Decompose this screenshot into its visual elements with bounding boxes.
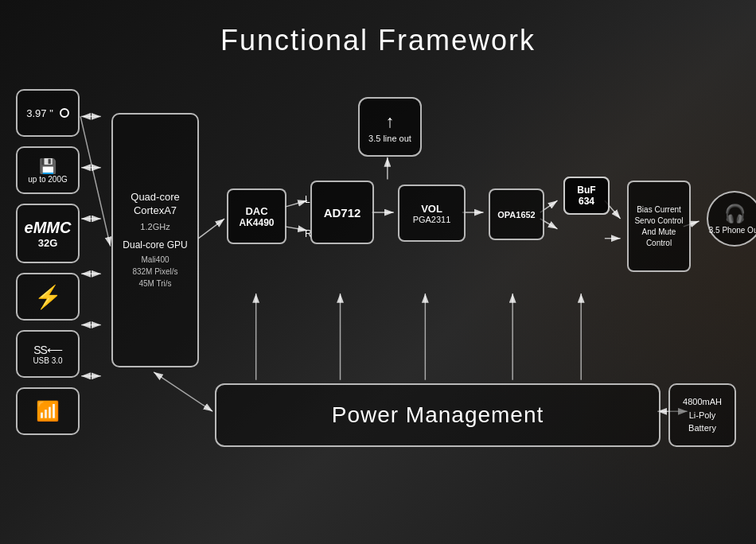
wifi-feature: 📶 [16,387,80,435]
sdcard-icon: 💾 [39,157,57,175]
gpu-detail: Mali400 832M Pixel/s 45M Tri/s [132,254,177,289]
cpu-gpu-box: Quad-core CortexA7 1.2GHz Dual-core GPU … [111,113,199,367]
cpu-freq: 1.2GHz [140,222,170,231]
emmc-icon-box: eMMC 32G [16,204,80,263]
emmc-label: eMMC [25,219,72,237]
ad712-chip: AD712 [310,181,374,244]
lineout-icon: ↑ [386,111,395,132]
usb-icon: SS⟵ [33,344,62,356]
screen-dot [60,108,69,118]
dac-label2: AK4490 [239,217,274,228]
dac-chip: DAC AK4490 [227,188,286,244]
buf2-chip: BuF 634 [563,177,610,215]
left-features: 3.97 " 💾 up to 200G eMMC 32G [16,89,80,435]
battery-label: 4800mAH Li-Poly Battery [683,395,722,435]
vol-label2: PGA2311 [413,215,451,224]
usb-label: USB 3.0 [33,356,62,365]
bluetooth-feature: ⚡ [16,273,80,321]
opa-label: OPA1652 [497,210,536,220]
bias-label: Bias Current Servo Control And Mute Cont… [629,201,689,252]
sdcard-icon-box: 💾 up to 200G [16,146,80,194]
headphone-icon: 🎧 [724,204,746,224]
svg-line-25 [154,372,212,411]
page-title: Functional Framework [16,16,740,57]
buf2-label2: 634 [579,196,594,207]
svg-line-2 [80,116,111,246]
main-content: Functional Framework [0,0,756,544]
svg-line-9 [198,219,224,239]
usb-icon-box: SS⟵ USB 3.0 [16,330,80,378]
emmc-feature: eMMC 32G [16,204,80,263]
cpu-title: Quad-core CortexA7 [121,191,189,218]
bias-control-box: Bias Current Servo Control And Mute Cont… [627,181,691,272]
label-L: L [305,194,310,205]
vol-chip: VOL PGA2311 [398,185,466,242]
screen-icon-box: 3.97 " [16,89,80,137]
gpu-title: Dual-core GPU [123,239,187,251]
screen-label: 3.97 " [26,107,53,119]
opa-chip: OPA1652 [489,188,544,240]
bluetooth-icon: ⚡ [34,284,62,310]
power-label: Power Management [332,402,544,428]
dac-label1: DAC [245,205,267,217]
power-management-box: Power Management [215,383,661,447]
headphone-label: 3.5 Phone Out [709,226,756,235]
screen-feature: 3.97 " [16,89,80,137]
lineout-box: ↑ 3.5 line out [358,97,422,157]
vol-label1: VOL [421,203,442,215]
functional-diagram: 3.97 " 💾 up to 200G eMMC 32G [16,73,740,487]
wifi-icon: 📶 [36,400,60,422]
emmc-size: 32G [38,237,58,249]
usb-feature: SS⟵ USB 3.0 [16,330,80,378]
sdcard-feature: 💾 up to 200G [16,146,80,194]
sdcard-label: up to 200G [28,175,67,184]
wifi-icon-box: 📶 [16,387,80,435]
battery-box: 4800mAH Li-Poly Battery [668,383,736,447]
lineout-label: 3.5 line out [368,134,411,143]
svg-line-11 [285,227,307,231]
bluetooth-icon-box: ⚡ [16,273,80,321]
headphone-box: 🎧 3.5 Phone Out [707,191,756,247]
buf2-label1: BuF [577,185,595,196]
ad712-label: AD712 [324,206,361,220]
svg-line-10 [285,200,307,207]
